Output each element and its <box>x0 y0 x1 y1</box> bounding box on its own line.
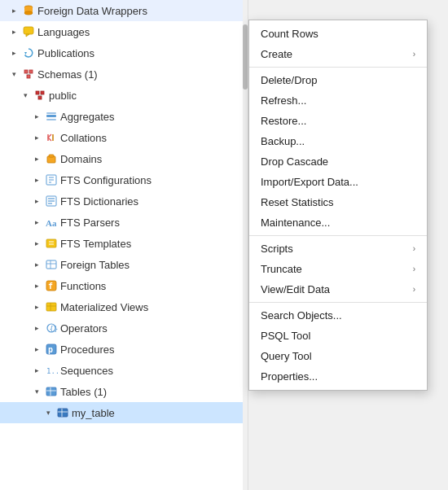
submenu-arrow-create: › <box>413 50 415 59</box>
chevron-schemas[interactable] <box>8 68 20 80</box>
chevron-domains[interactable] <box>31 153 42 164</box>
chevron-public[interactable] <box>20 90 31 101</box>
submenu-arrow-view-edit-data: › <box>413 285 415 294</box>
menu-item-create[interactable]: Create› <box>249 44 427 64</box>
tree-item-collations[interactable]: Collations <box>0 127 248 148</box>
menu-label-restore: Restore... <box>261 115 306 127</box>
menu-item-properties[interactable]: Properties... <box>249 366 427 387</box>
scrollbar-thumb[interactable] <box>243 24 248 90</box>
menu-item-scripts[interactable]: Scripts› <box>249 238 427 259</box>
tree-item-fts-parsers[interactable]: AaFTS Parsers <box>0 212 248 233</box>
chevron-fts-parsers[interactable] <box>31 217 42 228</box>
label-fts-configurations: FTS Configurations <box>60 174 152 186</box>
chevron-procedures[interactable] <box>31 343 42 355</box>
icon-fts-configurations <box>45 173 58 186</box>
icon-foreign-tables <box>45 258 58 271</box>
label-fts-parsers: FTS Parsers <box>60 217 120 229</box>
icon-fts-dictionaries <box>45 195 58 208</box>
menu-item-query-tool[interactable]: Query Tool <box>249 346 427 366</box>
tree-item-procedures[interactable]: pProcedures <box>0 339 248 360</box>
label-operators: Operators <box>60 322 108 335</box>
menu-label-backup: Backup... <box>261 135 305 147</box>
icon-functions: f <box>45 279 58 292</box>
menu-item-import-export[interactable]: Import/Export Data... <box>249 172 427 192</box>
icon-domains <box>45 152 58 165</box>
menu-item-refresh[interactable]: Refresh... <box>249 90 427 111</box>
menu-item-reset-statistics[interactable]: Reset Statistics <box>249 192 427 212</box>
tree-item-fts-templates[interactable]: FTS Templates <box>0 233 248 254</box>
menu-item-restore[interactable]: Restore... <box>249 111 427 131</box>
svg-rect-11 <box>36 91 39 94</box>
menu-item-search-objects[interactable]: Search Objects... <box>249 305 427 326</box>
submenu-arrow-scripts: › <box>413 244 415 253</box>
svg-rect-17 <box>46 112 56 114</box>
tree-item-tables[interactable]: Tables (1) <box>0 381 248 402</box>
tree-item-domains[interactable]: Domains <box>0 148 248 169</box>
tree-item-public[interactable]: public <box>0 85 248 106</box>
menu-separator <box>249 302 427 303</box>
svg-rect-53 <box>58 409 68 417</box>
chevron-foreign-tables[interactable] <box>31 259 42 270</box>
chevron-my-table[interactable] <box>42 407 54 418</box>
chevron-foreign-data-wrappers[interactable] <box>8 5 20 16</box>
chevron-functions[interactable] <box>31 280 42 291</box>
tree-item-functions[interactable]: fFunctions <box>0 275 248 296</box>
svg-marker-5 <box>24 52 27 55</box>
menu-label-view-edit-data: View/Edit Data <box>261 283 330 295</box>
label-fts-dictionaries: FTS Dictionaries <box>60 195 138 208</box>
label-fts-templates: FTS Templates <box>60 238 131 250</box>
menu-item-truncate[interactable]: Truncate› <box>249 259 427 279</box>
label-foreign-tables: Foreign Tables <box>60 259 130 271</box>
menu-item-view-edit-data[interactable]: View/Edit Data› <box>249 279 427 300</box>
menu-label-count-rows: Count Rows <box>261 28 318 40</box>
icon-languages <box>22 25 35 38</box>
menu-item-backup[interactable]: Backup... <box>249 131 427 151</box>
svg-rect-34 <box>46 239 56 247</box>
chevron-fts-dictionaries[interactable] <box>31 195 42 207</box>
chevron-aggregates[interactable] <box>31 111 42 122</box>
chevron-sequences[interactable] <box>31 365 42 376</box>
icon-tables <box>45 385 58 398</box>
svg-rect-16 <box>46 115 56 117</box>
scrollbar[interactable] <box>243 0 248 490</box>
chevron-tables[interactable] <box>31 386 42 397</box>
svg-text:1..3: 1..3 <box>46 367 58 375</box>
label-collations: Collations <box>60 132 107 144</box>
menu-label-maintenance: Maintenance... <box>261 217 330 229</box>
tree-item-materialized-views[interactable]: Materialized Views <box>0 296 248 317</box>
svg-marker-4 <box>26 34 29 37</box>
svg-rect-37 <box>46 260 56 269</box>
icon-my-table <box>56 406 69 419</box>
tree-item-sequences[interactable]: 1..3Sequences <box>0 360 248 381</box>
tree-item-aggregates[interactable]: Aggregates <box>0 106 248 127</box>
svg-rect-7 <box>29 70 33 73</box>
chevron-fts-configurations[interactable] <box>31 174 42 186</box>
label-schemas: Schemas (1) <box>37 68 98 81</box>
menu-item-psql-tool[interactable]: PSQL Tool <box>249 326 427 346</box>
menu-label-search-objects: Search Objects... <box>261 309 342 322</box>
menu-item-drop-cascade[interactable]: Drop Cascade <box>249 151 427 172</box>
label-procedures: Procedures <box>60 343 114 356</box>
tree-item-operators[interactable]: {}Operators <box>0 317 248 339</box>
menu-separator <box>249 235 427 236</box>
chevron-languages[interactable] <box>8 26 20 37</box>
menu-item-count-rows[interactable]: Count Rows <box>249 24 427 44</box>
chevron-operators[interactable] <box>31 322 42 334</box>
menu-separator <box>249 67 427 68</box>
chevron-collations[interactable] <box>31 132 42 143</box>
tree-item-foreign-data-wrappers[interactable]: Foreign Data Wrappers <box>0 0 248 21</box>
chevron-materialized-views[interactable] <box>31 301 42 313</box>
chevron-fts-templates[interactable] <box>31 238 42 249</box>
chevron-publications[interactable] <box>8 47 20 59</box>
tree-item-fts-dictionaries[interactable]: FTS Dictionaries <box>0 190 248 212</box>
tree-item-foreign-tables[interactable]: Foreign Tables <box>0 254 248 275</box>
tree-item-fts-configurations[interactable]: FTS Configurations <box>0 169 248 190</box>
tree-item-my-table[interactable]: my_table <box>0 402 248 423</box>
tree-item-publications[interactable]: Publications <box>0 42 248 63</box>
menu-item-delete-drop[interactable]: Delete/Drop <box>249 70 427 90</box>
tree-item-languages[interactable]: Languages <box>0 21 248 42</box>
label-domains: Domains <box>60 153 102 165</box>
menu-item-maintenance[interactable]: Maintenance... <box>249 212 427 233</box>
menu-label-drop-cascade: Drop Cascade <box>261 155 328 168</box>
tree-item-schemas[interactable]: Schemas (1) <box>0 63 248 85</box>
